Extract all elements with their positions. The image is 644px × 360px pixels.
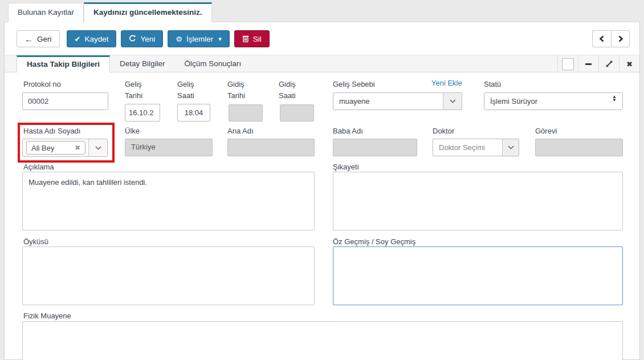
doktor-placeholder: Doktor Seçimi [433, 139, 502, 156]
statu-label: Statü [484, 79, 501, 90]
gelis-saati-input[interactable] [177, 104, 210, 122]
gear-icon: ⚙ [176, 35, 182, 43]
hasta-adi-token: Ali Bey ✖ [26, 141, 85, 155]
tab-detay-bilgiler[interactable]: Detay Bilgiler [110, 55, 175, 72]
new-button-label: Yeni [140, 35, 155, 43]
form-tab-bar: Hasta Takip Bilgileri Detay Bilgiler Ölç… [5, 55, 639, 72]
chevron-left-icon [599, 35, 605, 42]
actions-button[interactable]: ⚙ İşlemler ▾ [168, 30, 229, 47]
aciklama-label: Açıklama [23, 161, 54, 173]
select-arrows-icon: ▲▼ [612, 95, 617, 102]
toolbar: ← Geri ✔ Kaydet Yeni ⚙ İşlemler ▾ [17, 30, 270, 47]
statu-select[interactable]: İşlemi Sürüyor ▲▼ [484, 92, 623, 110]
gidis-saati-input [280, 104, 314, 122]
aciklama-textarea[interactable]: Muayene edildi, kan tahlilleri istendi. [22, 172, 315, 230]
gorevi-label: Görevi [535, 126, 557, 137]
new-button[interactable]: Yeni [121, 30, 163, 47]
ulke-input: Türkiye [125, 139, 213, 156]
save-button[interactable]: ✔ Kaydet [67, 30, 117, 47]
oz-gecmis-textarea[interactable] [333, 246, 623, 305]
chevron-down-icon [88, 139, 107, 156]
baba-adi-label: Baba Adı [333, 126, 363, 137]
back-button[interactable]: ← Geri [17, 30, 60, 47]
sikayeti-textarea[interactable] [333, 172, 623, 230]
gelis-tarihi-input[interactable] [125, 104, 160, 122]
statu-value: İşlemi Sürüyor [490, 97, 537, 106]
oykusu-label: Öyküsü [23, 236, 48, 248]
gelis-sebebi-dropdown[interactable]: muayene [333, 92, 462, 110]
delete-button-label: Sil [253, 35, 262, 43]
checkbox-icon [562, 58, 574, 70]
hasta-adi-label: Hasta Adı Soyadı [23, 126, 80, 137]
panel-window-controls: ✖ [557, 55, 639, 72]
app-window: Bulunan Kayıtlar Kaydınızı güncellemekte… [0, 0, 644, 360]
oz-gecmis-label: Öz Geçmiş / Soy Geçmiş [333, 236, 415, 248]
fizik-muayene-label: Fizik Muayene [23, 310, 71, 322]
check-icon: ✔ [75, 35, 81, 43]
chevron-right-icon [618, 35, 623, 42]
trash-icon [242, 35, 249, 43]
hasta-adi-token-area: Ali Bey ✖ [23, 139, 88, 156]
patient-form: Protokol no Geliş Tarihi Geliş Saati Gid… [5, 72, 639, 359]
prev-record-button[interactable] [592, 30, 611, 47]
doktor-dropdown[interactable]: Doktor Seçimi [433, 139, 519, 156]
chevron-down-icon [443, 93, 462, 110]
gelis-saati-label: Geliş Saati [177, 79, 201, 101]
protokol-no-input[interactable] [22, 92, 108, 110]
window-tab-bar: Bulunan Kayıtlar Kaydınızı güncellemekte… [8, 0, 212, 22]
gelis-sebebi-value: muayene [333, 93, 443, 110]
ana-adi-label: Ana Adı [227, 126, 254, 137]
token-remove-icon[interactable]: ✖ [75, 144, 80, 152]
close-icon: ✖ [626, 60, 633, 68]
next-record-button[interactable] [611, 30, 630, 47]
oykusu-textarea[interactable] [22, 246, 315, 305]
refresh-icon [129, 35, 136, 43]
hasta-adi-value: Ali Bey [31, 144, 54, 152]
back-button-label: Geri [37, 35, 52, 43]
panel-expand-button[interactable] [598, 55, 619, 72]
protokol-no-label: Protokol no [23, 79, 61, 90]
gidis-tarihi-input [229, 104, 263, 122]
actions-button-label: İşlemler [186, 35, 213, 43]
tab-olcum-sonuclari[interactable]: Ölçüm Sonuçları [175, 55, 251, 72]
panel-close-button[interactable]: ✖ [619, 55, 639, 72]
gelis-tarihi-label: Geliş Tarihi [125, 79, 151, 101]
tab-hasta-takip-bilgileri[interactable]: Hasta Takip Bilgileri [17, 55, 110, 72]
gelis-sebebi-label: Geliş Sebebi [333, 79, 375, 90]
sikayeti-label: Şikayeti [333, 161, 359, 173]
caret-down-icon: ▾ [218, 35, 222, 43]
baba-adi-input [333, 139, 417, 156]
fizik-muayene-textarea[interactable] [22, 321, 623, 360]
hasta-adi-combo[interactable]: Ali Bey ✖ [22, 139, 108, 157]
gidis-saati-label: Gidiş Saati [279, 79, 303, 101]
expand-icon [605, 60, 613, 68]
back-arrow-icon: ← [25, 35, 33, 43]
chevron-down-icon [502, 139, 519, 156]
ulke-label: Ülke [125, 126, 140, 137]
tab-kaydinizi-guncellemektesiniz[interactable]: Kaydınızı güncellemektesiniz. [84, 2, 212, 22]
delete-button[interactable]: Sil [234, 30, 270, 47]
minimize-icon [585, 63, 592, 65]
panel-minimize-button[interactable] [578, 55, 598, 72]
save-button-label: Kaydet [84, 35, 108, 43]
gorevi-input [535, 139, 623, 156]
doktor-label: Doktor [433, 126, 454, 137]
tab-bulunan-kayitlar[interactable]: Bulunan Kayıtlar [8, 3, 84, 22]
record-pager [592, 30, 630, 47]
record-panel: ← Geri ✔ Kaydet Yeni ⚙ İşlemler ▾ [4, 22, 640, 360]
yeni-ekle-link[interactable]: Yeni Ekle [431, 79, 462, 87]
ana-adi-input [227, 139, 315, 156]
gidis-tarihi-label: Gidiş Tarihi [227, 79, 252, 101]
panel-select-checkbox[interactable] [557, 55, 578, 72]
